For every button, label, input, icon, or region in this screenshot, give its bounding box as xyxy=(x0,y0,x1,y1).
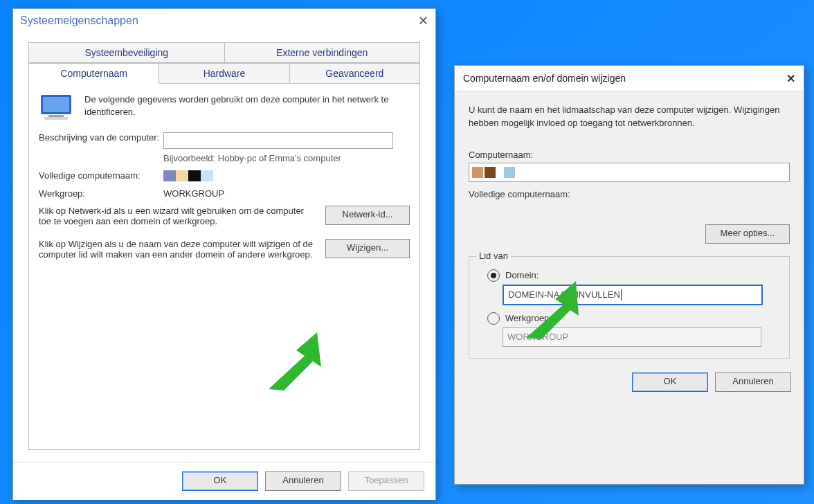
tab-remote-connections[interactable]: Externe verbindingen xyxy=(225,42,421,63)
computer-name-redacted xyxy=(472,167,516,178)
description-label: Beschrijving van de computer: xyxy=(39,132,163,143)
computername-label: Computernaam: xyxy=(469,150,790,160)
workgroup-input: WORKGROUP xyxy=(503,327,761,347)
svg-rect-3 xyxy=(44,117,68,120)
apply-button: Toepassen xyxy=(348,471,424,491)
workgroup-value: WORKGROUP xyxy=(163,188,410,199)
domain-input[interactable]: DOMEIN-NAAM-INVULLEN xyxy=(503,285,763,305)
titlebar[interactable]: Computernaam en/of domein wijzigen ✕ xyxy=(455,66,804,91)
tab-hardware[interactable]: Hardware xyxy=(159,63,289,84)
tab-system-security[interactable]: Systeembeveiliging xyxy=(28,42,225,63)
network-id-button[interactable]: Netwerk-id... xyxy=(325,206,410,225)
titlebar[interactable]: Systeemeigenschappen ✕ xyxy=(13,9,435,33)
full-name-label: Volledige computernaam: xyxy=(39,170,163,181)
network-id-text: Klik op Netwerk-id als u een wizard wilt… xyxy=(39,206,325,226)
group-legend: Lid van xyxy=(476,251,511,261)
tab-advanced[interactable]: Geavanceerd xyxy=(290,63,420,84)
change-button[interactable]: Wijzigen... xyxy=(325,239,410,258)
description-hint: Bijvoorbeeld: Hobby-pc of Emma's compute… xyxy=(163,153,410,163)
ok-button[interactable]: OK xyxy=(632,372,708,392)
button-bar: OK Annuleren xyxy=(455,366,804,402)
system-properties-window: Systeemeigenschappen ✕ Systeembeveiligin… xyxy=(12,8,436,500)
window-title: Systeemeigenschappen xyxy=(20,15,138,27)
svg-rect-1 xyxy=(43,97,69,112)
workgroup-radio[interactable] xyxy=(487,312,500,325)
domain-radio[interactable] xyxy=(487,269,500,282)
window-title: Computernaam en/of domein wijzigen xyxy=(463,73,626,84)
intro-text: De volgende gegevens worden gebruikt om … xyxy=(84,93,410,118)
description-input[interactable] xyxy=(163,132,393,149)
computer-name-redacted xyxy=(163,170,410,181)
ok-button[interactable]: OK xyxy=(182,471,258,491)
more-options-button[interactable]: Meer opties... xyxy=(705,224,790,244)
member-of-group: Lid van Domein: DOMEIN-NAAM-INVULLEN Wer… xyxy=(469,256,790,359)
full-name-label: Volledige computernaam: xyxy=(469,189,790,199)
cancel-button[interactable]: Annuleren xyxy=(715,372,791,392)
change-text: Klik op Wijzigen als u de naam van deze … xyxy=(39,239,325,260)
domain-radio-label: Domein: xyxy=(505,270,539,280)
tab-computername[interactable]: Computernaam xyxy=(28,63,159,84)
change-name-domain-window: Computernaam en/of domein wijzigen ✕ U k… xyxy=(454,65,804,485)
svg-rect-2 xyxy=(48,115,64,117)
intro-text: U kunt de naam en het lidmaatschap van d… xyxy=(469,104,790,130)
button-bar: OK Annuleren Toepassen xyxy=(13,462,435,500)
workgroup-label: Werkgroep: xyxy=(39,188,163,199)
close-icon[interactable]: ✕ xyxy=(418,13,428,28)
cancel-button[interactable]: Annuleren xyxy=(265,471,341,491)
monitor-icon xyxy=(39,93,78,123)
computername-input[interactable] xyxy=(469,163,790,182)
close-icon[interactable]: ✕ xyxy=(786,72,795,85)
workgroup-radio-label: Werkgroep: xyxy=(505,313,552,323)
tabpanel-computername: De volgende gegevens worden gebruikt om … xyxy=(28,83,420,450)
